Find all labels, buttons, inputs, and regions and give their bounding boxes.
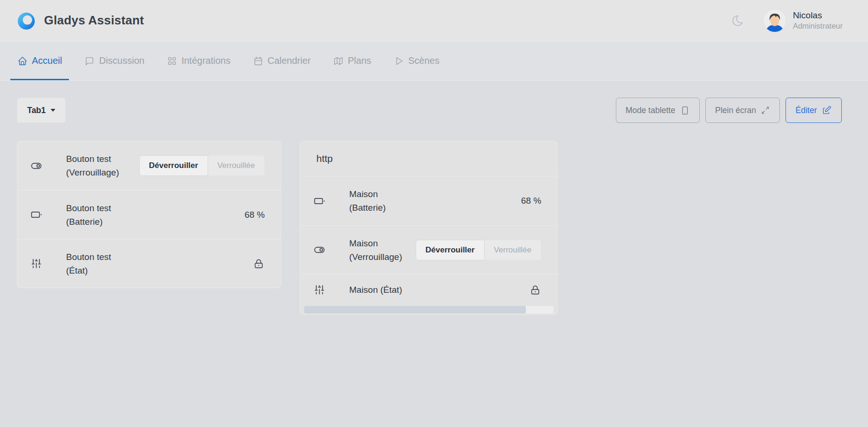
arrows-diagonal-icon bbox=[761, 106, 770, 115]
chevron-down-icon bbox=[51, 109, 55, 112]
lock-icon bbox=[253, 258, 265, 270]
tablet-icon bbox=[680, 106, 690, 115]
unlock-button[interactable]: Déverrouiller bbox=[416, 240, 485, 260]
fullscreen-button[interactable]: Plein écran bbox=[705, 98, 780, 123]
lock-segmented-control: Déverrouiller Verrouillée bbox=[416, 240, 541, 260]
user-name: Nicolas bbox=[793, 10, 843, 21]
avatar-image bbox=[763, 9, 786, 32]
battery-value: 68 % bbox=[245, 210, 265, 220]
nav-tab-label: Plans bbox=[348, 55, 371, 66]
nav-tab-label: Accueil bbox=[32, 55, 62, 66]
lock-segmented-control: Déverrouiller Verrouillée bbox=[139, 155, 265, 176]
device-label: Maison (État) bbox=[349, 283, 402, 297]
fullscreen-label: Plein écran bbox=[715, 106, 756, 115]
dark-mode-toggle[interactable] bbox=[731, 14, 744, 27]
edit-button[interactable]: Éditer bbox=[786, 98, 842, 123]
avatar[interactable] bbox=[763, 9, 786, 32]
play-icon bbox=[394, 56, 404, 66]
nav-tab-plans[interactable]: Plans bbox=[326, 41, 378, 80]
device-row-verrouillage: Bouton test (Verrouillage) Déverrouiller… bbox=[17, 141, 281, 190]
gladys-logo-icon bbox=[17, 11, 37, 30]
horizontal-scrollbar[interactable] bbox=[304, 306, 554, 313]
device-label: Bouton test (Verrouillage) bbox=[66, 152, 119, 179]
nav-tab-label: Discussion bbox=[99, 55, 144, 66]
user-role: Administrateur bbox=[793, 21, 843, 31]
tab-selector-dropdown[interactable]: Tab1 bbox=[17, 98, 66, 123]
device-row-maison-etat: Maison (État) bbox=[300, 274, 557, 305]
toggle-icon bbox=[30, 160, 43, 172]
edit-label: Éditer bbox=[795, 106, 817, 115]
toggle-icon bbox=[313, 244, 326, 256]
scrollbar-thumb[interactable] bbox=[304, 306, 526, 313]
sliders-icon bbox=[30, 257, 43, 270]
card-title: http bbox=[300, 141, 557, 176]
device-label: Maison (Verrouillage) bbox=[349, 236, 402, 264]
nav-tab-scenes[interactable]: Scènes bbox=[387, 41, 447, 80]
nav-tab-accueil[interactable]: Accueil bbox=[10, 41, 69, 80]
nav-tab-calendrier[interactable]: Calendrier bbox=[246, 41, 318, 80]
grid-icon bbox=[167, 56, 177, 66]
tablet-mode-label: Mode tablette bbox=[626, 106, 675, 115]
user-block[interactable]: Nicolas Administrateur bbox=[793, 10, 843, 30]
tablet-mode-button[interactable]: Mode tablette bbox=[616, 98, 700, 123]
nav-tab-label: Scènes bbox=[408, 55, 440, 66]
nav-tab-label: Calendrier bbox=[268, 55, 311, 66]
nav-tab-integrations[interactable]: Intégrations bbox=[160, 41, 238, 80]
calendar-icon bbox=[253, 56, 263, 66]
device-card-bouton-test: Bouton test (Verrouillage) Déverrouiller… bbox=[17, 141, 281, 288]
tab-selector-label: Tab1 bbox=[27, 106, 46, 115]
device-row-maison-batterie: Maison (Batterie) 68 % bbox=[300, 176, 557, 225]
nav-tab-label: Intégrations bbox=[181, 55, 231, 66]
moon-icon bbox=[731, 14, 744, 27]
sliders-icon bbox=[313, 283, 326, 296]
battery-icon bbox=[30, 208, 43, 221]
battery-value: 68 % bbox=[521, 196, 541, 206]
main-nav: Accueil Discussion Intégrations Calendri… bbox=[0, 41, 868, 81]
edit-icon bbox=[822, 105, 832, 115]
battery-icon bbox=[313, 195, 326, 207]
device-label: Bouton test (Batterie) bbox=[66, 201, 111, 229]
dashboard-toolbar: Tab1 Mode tablette Plein écran Éditer bbox=[17, 98, 842, 123]
locked-button[interactable]: Verrouillée bbox=[485, 240, 541, 260]
device-label: Bouton test (État) bbox=[66, 250, 111, 277]
home-icon bbox=[17, 56, 28, 66]
device-row-etat: Bouton test (État) bbox=[17, 239, 281, 288]
unlock-button[interactable]: Déverrouiller bbox=[139, 155, 208, 176]
locked-button[interactable]: Verrouillée bbox=[208, 155, 265, 176]
map-icon bbox=[333, 56, 344, 66]
app-title: Gladys Assistant bbox=[44, 13, 144, 28]
device-card-http: http Maison (Batterie) 68 % Maison (Verr… bbox=[300, 141, 558, 315]
device-row-maison-verrouillage: Maison (Verrouillage) Déverrouiller Verr… bbox=[300, 225, 557, 274]
message-icon bbox=[84, 56, 95, 66]
device-label: Maison (Batterie) bbox=[349, 187, 386, 214]
dashboard: Bouton test (Verrouillage) Déverrouiller… bbox=[17, 141, 851, 315]
toolbar-right-group: Mode tablette Plein écran Éditer bbox=[616, 98, 842, 123]
lock-icon bbox=[529, 284, 541, 296]
app-header: Gladys Assistant Nicolas Administrateur bbox=[0, 0, 868, 41]
device-row-batterie: Bouton test (Batterie) 68 % bbox=[17, 190, 281, 239]
nav-tab-discussion[interactable]: Discussion bbox=[77, 41, 151, 80]
